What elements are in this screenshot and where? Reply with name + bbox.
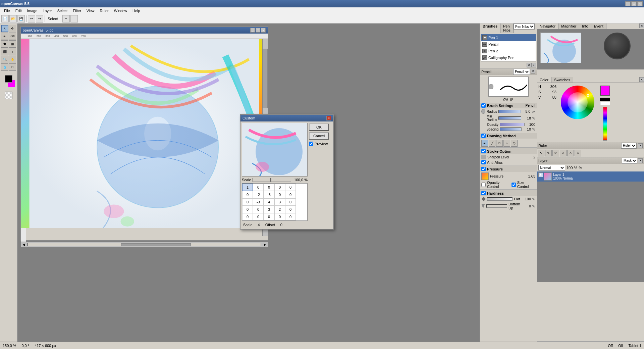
brush-item-calligraphy[interactable]: 🖊 Calligraphy Pen <box>481 54 536 61</box>
matrix-cell-1-0[interactable] <box>242 191 253 198</box>
brush-type-select[interactable]: Pen Nibs <box>514 23 535 30</box>
matrix-cell-3-3[interactable] <box>274 206 285 213</box>
toolbar-undo[interactable]: ↩ <box>28 15 35 22</box>
min-radius-slider[interactable] <box>498 116 521 120</box>
scale-slider[interactable] <box>253 178 291 182</box>
matrix-input-0-4[interactable] <box>286 185 295 189</box>
layer-eye-icon[interactable]: 👁 <box>538 172 543 177</box>
canvas-image[interactable] <box>21 39 268 228</box>
matrix-cell-4-1[interactable] <box>253 213 264 220</box>
matrix-input-4-2[interactable] <box>264 215 274 219</box>
matrix-cell-0-4[interactable] <box>285 184 296 191</box>
matrix-cell-3-2[interactable] <box>264 206 274 213</box>
canvas-minimize[interactable]: _ <box>250 28 255 33</box>
layer-item-1[interactable]: 👁 Layer 1 100% Normal <box>537 171 644 182</box>
menu-layer[interactable]: Layer <box>40 8 55 13</box>
tool-text[interactable]: T <box>9 48 16 55</box>
tool-eyedropper[interactable]: 💧 <box>1 63 8 71</box>
matrix-cell-3-1[interactable] <box>253 206 264 213</box>
brush-preview-close[interactable]: ✕ <box>531 69 535 73</box>
tool-lasso[interactable]: ⬟ <box>1 40 8 48</box>
toolbar-zoom-out[interactable]: - <box>70 15 78 22</box>
toolbar-save[interactable]: 💾 <box>17 15 25 22</box>
matrix-input-1-1[interactable] <box>254 193 263 197</box>
hscroll-track[interactable] <box>28 243 261 246</box>
matrix-input-0-2[interactable] <box>264 185 274 189</box>
matrix-cell-1-3[interactable] <box>274 191 285 198</box>
brush-item-pen1[interactable]: ✒ Pen 1 <box>481 34 536 41</box>
dialog-close-btn[interactable]: ✕ <box>326 116 331 120</box>
ruler-close[interactable]: ✕ <box>638 143 643 148</box>
tab-navigator[interactable]: Navigator <box>537 23 558 29</box>
tab-event[interactable]: Event <box>591 23 606 29</box>
hscroll-thumb[interactable] <box>121 243 191 246</box>
matrix-cell-1-1[interactable] <box>253 191 264 198</box>
matrix-input-3-1[interactable] <box>254 207 263 211</box>
brush-settings-checkbox[interactable] <box>481 103 486 108</box>
pencil-type-select[interactable]: Pencil <box>513 69 530 75</box>
tool-gradient[interactable]: ▦ <box>9 40 16 48</box>
color-close[interactable]: ✕ <box>639 77 644 82</box>
scrollbar-horizontal[interactable]: ◀ ▶ <box>21 242 268 247</box>
layer-close[interactable]: ✕ <box>638 158 643 163</box>
menu-ruler[interactable]: Ruler <box>97 8 111 13</box>
matrix-input-1-0[interactable] <box>243 193 252 197</box>
layer-mode-select[interactable]: Mask <box>622 158 637 164</box>
tab-brushes[interactable]: Brushes <box>480 23 500 33</box>
maximize-button[interactable]: □ <box>631 1 637 6</box>
tab-magnifier[interactable]: Magnifier <box>558 23 579 29</box>
hardness-checkbox[interactable] <box>481 191 486 195</box>
tool-select[interactable]: ↖ <box>1 25 8 32</box>
matrix-cell-1-2[interactable] <box>264 191 274 198</box>
brush-settings-btn[interactable]: ⚙ <box>527 63 531 67</box>
hue-slider[interactable] <box>603 107 607 141</box>
spacing-slider[interactable] <box>500 128 522 131</box>
size-control-checkbox[interactable] <box>512 183 516 187</box>
matrix-cell-3-0[interactable] <box>242 206 253 213</box>
pattern-swatch[interactable] <box>5 92 12 99</box>
minimize-button[interactable]: — <box>625 1 631 6</box>
blend-mode-select[interactable]: Normal <box>538 165 565 171</box>
matrix-input-0-3[interactable] <box>275 185 284 189</box>
matrix-cell-1-4[interactable] <box>285 191 296 198</box>
radius-slider[interactable] <box>498 110 521 113</box>
matrix-input-3-3[interactable] <box>275 207 284 211</box>
canvas-close[interactable]: ✕ <box>261 28 266 33</box>
matrix-cell-2-3[interactable] <box>274 198 285 206</box>
menu-image[interactable]: Image <box>24 8 40 13</box>
matrix-cell-0-3[interactable] <box>274 184 285 191</box>
current-color-swatch[interactable] <box>600 86 610 96</box>
matrix-cell-0-0[interactable] <box>242 184 253 191</box>
matrix-input-0-0[interactable] <box>243 185 252 189</box>
tool-shape[interactable]: □ <box>9 63 16 71</box>
canvas-image-area[interactable] <box>21 39 268 228</box>
stroke-option-checkbox[interactable] <box>481 149 486 153</box>
brush-item-pencil[interactable]: ✏ Pencil <box>481 41 536 48</box>
ruler-btn-6[interactable]: A <box>575 150 581 156</box>
matrix-input-0-1[interactable] <box>254 185 263 189</box>
matrix-input-3-4[interactable] <box>286 207 295 211</box>
matrix-cell-2-2[interactable] <box>264 198 274 206</box>
dial-widget[interactable] <box>604 33 631 59</box>
matrix-input-1-2[interactable] <box>264 193 274 197</box>
dialog-cancel-btn[interactable]: Cancel <box>309 132 329 140</box>
menu-file[interactable]: File <box>1 8 13 13</box>
color-wheel[interactable] <box>561 86 594 119</box>
foreground-color[interactable] <box>5 75 12 83</box>
pressure-checkbox[interactable] <box>481 167 486 171</box>
matrix-cell-0-2[interactable] <box>264 184 274 191</box>
tool-zoom[interactable]: 🔍 <box>1 56 8 63</box>
matrix-input-4-3[interactable] <box>275 215 284 219</box>
matrix-cell-0-1[interactable] <box>253 184 264 191</box>
black-swatch[interactable] <box>600 98 610 101</box>
flat-slider[interactable] <box>487 197 513 201</box>
matrix-cell-4-3[interactable] <box>274 213 285 220</box>
brush-new-btn[interactable]: + <box>531 63 536 67</box>
matrix-input-2-0[interactable] <box>243 200 252 204</box>
vscroll-thumb[interactable] <box>263 49 268 108</box>
menu-view[interactable]: View <box>84 8 97 13</box>
brush-item-pen2[interactable]: ✒ Pen 2 <box>481 48 536 54</box>
dm-btn-line[interactable]: ╱ <box>489 140 495 147</box>
matrix-input-4-1[interactable] <box>254 215 263 219</box>
white-swatch[interactable] <box>600 102 610 105</box>
